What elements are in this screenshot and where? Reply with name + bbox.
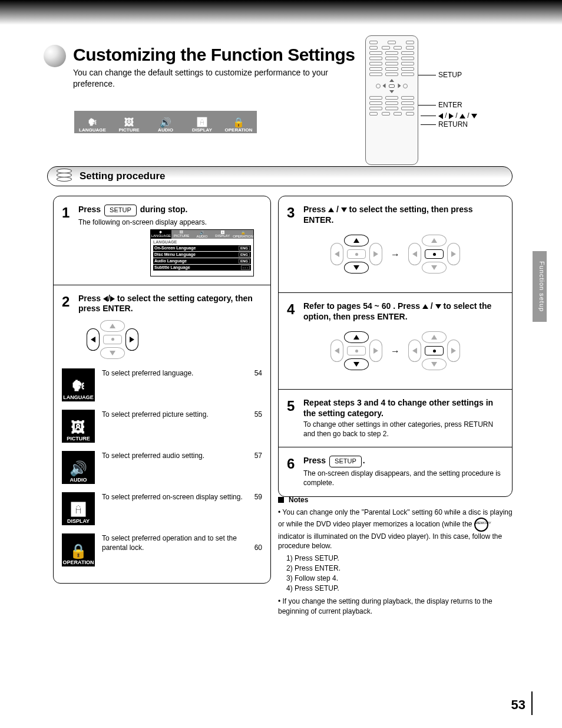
language-icon: 🗣LANGUAGE: [62, 368, 95, 401]
step-5-sub: To change other settings in other catego…: [303, 420, 504, 439]
arrow-icon: →: [391, 249, 400, 260]
step-6-sub: The on-screen display disappears, and th…: [303, 469, 504, 487]
step-2-number: 2: [62, 294, 78, 314]
remote-label-dirpad: / / /: [438, 111, 477, 120]
sphere-bullet: [44, 45, 66, 67]
step-6-number: 6: [287, 456, 303, 487]
stack-icon: [57, 169, 73, 184]
step-4-number: 4: [287, 301, 303, 322]
note-substep-3: 3) Follow step 4.: [286, 574, 513, 584]
sidebar-tab: Function setup: [533, 251, 547, 322]
setup-button-inline: SETUP: [104, 205, 137, 216]
page-title: Customizing the Function Settings: [73, 45, 355, 65]
note-substep-4: 4) Press SETUP.: [286, 584, 513, 594]
arrow-icon: →: [391, 346, 400, 357]
dpad-updown: [327, 233, 386, 275]
display-icon: 🅰DISPLAY: [184, 111, 220, 133]
page-number-rule: [531, 691, 533, 715]
menu-icon-row: 🗣LANGUAGE 🖼PICTURE 🔊AUDIO 🅰DISPLAY 🔒OPER…: [74, 111, 257, 133]
picture-icon: 🖼PICTURE: [111, 111, 147, 133]
dpad-left-right: [83, 319, 142, 360]
remote-label-enter: ENTER: [438, 101, 462, 109]
step-1-heading: Press SETUP during stop.: [78, 205, 262, 216]
step-3-heading: Press / to select the setting, then pres…: [303, 205, 504, 225]
note-2: • If you change the setting during playb…: [278, 597, 513, 617]
dpad-updown: [327, 330, 386, 371]
note-substep-2: 2) Press ENTER.: [286, 564, 513, 574]
step-1-sub: The following on-screen display appears.: [78, 218, 262, 227]
square-bullet-icon: [278, 497, 284, 503]
remote-label-return: RETURN: [438, 120, 468, 129]
category-icon-list: 🗣LANGUAGE To select preferred language. …: [62, 368, 262, 566]
right-steps-panel: 3 Press / to select the setting, then pr…: [278, 196, 513, 497]
page-subtitle: You can change the default settings to c…: [73, 67, 350, 90]
remote-label-setup: SETUP: [438, 71, 462, 79]
dpad-enter: [405, 330, 464, 371]
step-5-number: 5: [287, 398, 303, 439]
audio-icon: 🔊AUDIO: [62, 451, 95, 484]
procedure-heading-bar: Setting procedure: [47, 166, 513, 186]
osd-preview: 🗣LANGUAGE 🖼PICTURE 🔊AUDIO 🅰DISPLAY 🔒OPER…: [150, 229, 254, 276]
note-1: • You can change only the "Parental Lock…: [278, 508, 513, 551]
step-2-heading: Press / to select the setting category, …: [78, 294, 262, 314]
page-number: 53: [511, 697, 525, 713]
picture-icon: 🖼PICTURE: [62, 410, 95, 443]
step-6-heading: Press SETUP.: [303, 456, 504, 467]
operation-icon: 🔒OPERATION: [62, 533, 95, 566]
step-4-heading: Refer to pages 54 ~ 60 . Press / to sele…: [303, 301, 504, 322]
setup-button-inline: SETUP: [329, 456, 362, 467]
note-substep-1: 1) Press SETUP.: [286, 554, 513, 564]
memory-indicator-icon: MEMORY: [474, 518, 488, 532]
display-icon: 🅰DISPLAY: [62, 492, 95, 525]
step-1-number: 1: [62, 205, 78, 227]
step-3-number: 3: [287, 205, 303, 225]
operation-icon: 🔒OPERATION: [220, 111, 257, 133]
left-steps-panel: 1 Press SETUP during stop. The following…: [53, 196, 271, 584]
notes-section: Notes • You can change only the "Parenta…: [278, 495, 513, 617]
step-5-heading: Repeat steps 3 and 4 to change other set…: [303, 398, 504, 419]
language-icon: 🗣LANGUAGE: [74, 111, 111, 133]
header-gradient: [0, 0, 562, 25]
audio-icon: 🔊AUDIO: [147, 111, 184, 133]
remote-control-diagram: [365, 35, 418, 165]
dpad-enter: [405, 233, 464, 275]
